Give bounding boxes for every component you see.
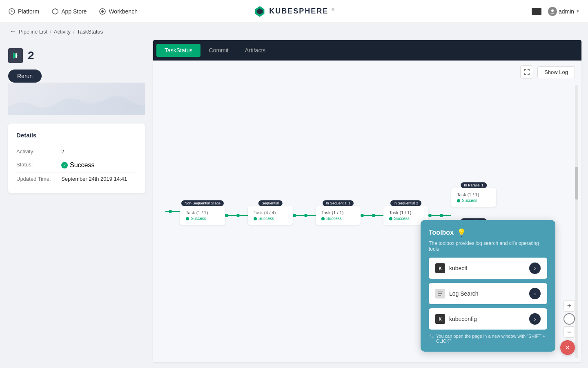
status-row: Status: Success: [16, 158, 137, 173]
stage3-card[interactable]: In Sequential 1 Task (1 / 1) Success: [316, 206, 361, 225]
fullscreen-button[interactable]: [520, 65, 533, 79]
zoom-in-button[interactable]: +: [564, 300, 575, 312]
toolbox-description: The toolbox provides log search and cli'…: [429, 240, 547, 252]
tab-artifacts[interactable]: Artifacts: [237, 44, 274, 57]
run-number: 2: [28, 49, 34, 62]
zoom-handle[interactable]: [564, 313, 575, 325]
top-nav: Platform App Store Workbench KUBESPHERE …: [0, 0, 588, 23]
appstore-label: App Store: [61, 8, 87, 15]
status-value: Success: [61, 162, 94, 169]
stage1-connector: [165, 210, 180, 213]
stage2-card[interactable]: Sequential Task (4 / 4) Success: [248, 206, 293, 225]
username-label: admin: [559, 8, 574, 15]
canvas-toolbar: Show Log: [520, 65, 575, 79]
svg-rect-10: [438, 293, 442, 294]
show-log-button[interactable]: Show Log: [537, 66, 575, 78]
toolbox-bulb-icon: 💡: [457, 228, 466, 237]
workbench-icon: [99, 8, 106, 15]
tabs-bar: TaskStatus Commit Artifacts: [153, 40, 581, 61]
tab-taskstatus[interactable]: TaskStatus: [156, 44, 200, 57]
log-search-arrow-icon: ›: [529, 288, 541, 299]
connector-1-2: [225, 206, 248, 217]
toolbox-item-kubectl[interactable]: K kubectl ›: [429, 258, 547, 279]
toolbox-close-button[interactable]: ×: [560, 340, 575, 355]
stage5-content: Task (1 / 1) Success: [451, 188, 496, 207]
stage4-status: Success: [389, 216, 423, 221]
back-button[interactable]: ←: [10, 28, 16, 35]
toolbox-logsearch-left: Log Search: [435, 289, 479, 298]
zoom-controls: + − 1:1: [564, 300, 575, 346]
updated-label: Updated Time:: [16, 176, 61, 182]
toolbox-item-kubeconfig[interactable]: K kubeconfig ›: [429, 308, 547, 330]
stage3-content: Task (1 / 1) Success: [316, 206, 361, 225]
stage4-task: Task (1 / 1): [389, 210, 423, 215]
close-icon: ×: [566, 343, 570, 352]
run-chart: [8, 83, 145, 115]
kubectl-label: kubectl: [449, 265, 467, 272]
toolbox-item-log-search[interactable]: Log Search ›: [429, 283, 547, 304]
activity-link[interactable]: Activity: [54, 29, 71, 35]
stage1-status: Success: [186, 216, 219, 221]
workbench-nav[interactable]: Workbench: [99, 8, 138, 15]
zoom-out-button[interactable]: −: [564, 326, 575, 338]
stage5-card[interactable]: In Parallel 1 Task (1 / 1) Success: [451, 188, 496, 207]
toolbox-header: Toolbox 💡: [429, 228, 547, 237]
kubectl-arrow-icon: ›: [529, 263, 541, 274]
stage5-status-text: Success: [462, 198, 477, 203]
kubeconfig-icon: K: [435, 314, 445, 324]
updated-row: Updated Time: September 24th 2019 14:41: [16, 173, 137, 185]
breadcrumb-sep2: /: [73, 29, 75, 35]
rerun-button[interactable]: Rerun: [8, 70, 42, 83]
toolbox-hint: 🔧 You can open the page in a new window …: [429, 334, 547, 343]
stage3-status-text: Success: [326, 216, 342, 221]
pipeline-list-link[interactable]: Pipeline List: [19, 29, 47, 35]
logo-icon: [254, 5, 266, 18]
updated-value: September 24th 2019 14:41: [61, 176, 127, 182]
nav-right: admin ▼: [532, 7, 580, 16]
svg-rect-8: [16, 53, 17, 58]
user-dropdown-icon: ▼: [576, 9, 580, 13]
user-avatar: [548, 7, 557, 16]
toolbox-panel: Toolbox 💡 The toolbox provides log searc…: [421, 220, 555, 352]
details-title: Details: [16, 132, 137, 139]
stage2-task: Task (4 / 4): [254, 210, 287, 215]
stage2-status-dot: [254, 217, 257, 220]
tab-commit[interactable]: Commit: [200, 44, 236, 57]
stage5-status: Success: [457, 198, 490, 203]
stage4-status-text: Success: [394, 216, 410, 221]
platform-icon: [8, 8, 16, 15]
platform-nav[interactable]: Platform: [8, 8, 39, 15]
run-header: 2: [8, 48, 145, 63]
status-text: Success: [70, 162, 94, 169]
status-dot-icon: [61, 162, 68, 168]
scrollbar-thumb[interactable]: [575, 167, 578, 200]
appstore-icon: [51, 8, 59, 15]
hint-icon: 🔧: [429, 334, 434, 339]
stage1-status-dot: [186, 217, 189, 220]
run-icon: [8, 48, 23, 63]
logo: KUBESPHERE ®: [254, 5, 334, 18]
stage1-content: Task (1 / 1) Success: [180, 206, 225, 225]
user-menu[interactable]: admin ▼: [548, 7, 580, 16]
stage1-card[interactable]: Non-Sequential Stage Task (1 / 1) Succes…: [180, 206, 225, 225]
connector-2-3: [293, 206, 316, 217]
platform-label: Platform: [18, 8, 39, 15]
stage5-task: Task (1 / 1): [457, 192, 490, 197]
stage3-label: In Sequential 1: [323, 200, 354, 206]
breadcrumb: ← Pipeline List / Activity / TaskStatus: [0, 23, 588, 40]
stage2-status: Success: [254, 216, 287, 221]
stage2-label: Sequential: [258, 200, 283, 206]
stage1-status-text: Success: [191, 216, 206, 221]
stage4-label: In Sequential 2: [390, 200, 421, 206]
workbench-label: Workbench: [109, 8, 138, 15]
log-search-label: Log Search: [449, 290, 479, 297]
monitor-icon[interactable]: [532, 8, 541, 15]
breadcrumb-sep1: /: [50, 29, 51, 35]
appstore-nav[interactable]: App Store: [51, 8, 87, 15]
toolbox-kubeconfig-left: K kubeconfig: [435, 314, 477, 324]
svg-point-2: [101, 10, 104, 13]
connector-3-4: [361, 206, 383, 217]
connector-4-5: [428, 206, 451, 217]
stage3-status-dot: [321, 217, 325, 220]
toolbox-title: Toolbox: [429, 229, 454, 236]
